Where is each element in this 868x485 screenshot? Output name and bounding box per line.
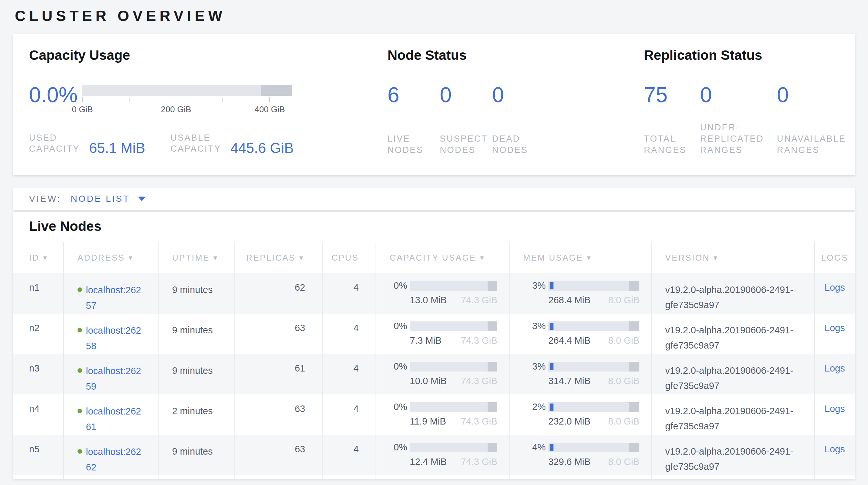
cell-node-id: n3 xyxy=(13,354,64,395)
cell-address: localhost:26259 xyxy=(64,354,158,395)
usable-capacity-label: USABLE CAPACITY xyxy=(170,132,226,154)
table-row-n1: n1localhost:262579 minutes6240%13.0 MiB7… xyxy=(13,273,855,314)
usage-total-value: 8.0 GiB xyxy=(608,295,640,306)
live-status-dot-icon xyxy=(78,368,82,373)
col-header-label: REPLICAS xyxy=(246,253,296,262)
usage-used-value: 12.4 MiB xyxy=(410,457,446,467)
col-header-replicas[interactable]: REPLICAS▼ xyxy=(235,242,322,273)
live-nodes-table: ID▼ADDRESS▼UPTIME▼REPLICAS▼CPUSCAPACITY … xyxy=(13,242,855,479)
usage-bar-track xyxy=(548,362,640,372)
summary-stat: 0DEAD NODES xyxy=(492,85,545,156)
usage-percent: 0% xyxy=(389,442,407,453)
sort-arrow-icon: ▼ xyxy=(298,254,305,261)
logs-link[interactable]: Logs xyxy=(825,282,845,293)
col-header-label: LOGS xyxy=(821,253,848,262)
mem-usage-bar: 3%314.7 MiB8.0 GiB xyxy=(528,361,640,387)
usage-bar-track xyxy=(410,402,497,412)
cell-cpus: 4 xyxy=(322,273,376,314)
logs-link[interactable]: Logs xyxy=(825,363,845,374)
cell-capacity-usage: 0%11.9 MiB74.3 GiB xyxy=(376,395,509,435)
col-header-label: CPUS xyxy=(332,253,359,262)
stat-label: SUSPECT NODES xyxy=(440,133,492,156)
usage-percent: 3% xyxy=(528,321,546,332)
cell-cpus: 4 xyxy=(322,395,376,435)
chevron-down-icon xyxy=(138,197,146,201)
address-link[interactable]: localhost:26257 xyxy=(86,282,144,313)
usage-used-value: 329.6 MiB xyxy=(548,457,591,467)
usage-total-value: 74.3 GiB xyxy=(461,295,497,306)
usage-bar-track xyxy=(548,402,640,412)
cell-mem-usage: 2%232.0 MiB8.0 GiB xyxy=(509,395,651,435)
capacity-usage-bar: 0%12.4 MiB74.3 GiB xyxy=(389,442,497,467)
stat-value: 0 xyxy=(492,85,545,105)
col-header-label: VERSION xyxy=(665,253,710,262)
capacity-usage-bar: 0%11.9 MiB74.3 GiB xyxy=(389,402,497,427)
usage-bar-fill xyxy=(550,323,554,330)
view-selected-value: NODE LIST xyxy=(71,194,130,204)
cell-version: v19.2.0-alpha.20190606-2491-gfe735c9a97 xyxy=(651,395,814,435)
col-header-mem-usage[interactable]: MEM USAGE▼ xyxy=(509,242,651,273)
logs-link[interactable]: Logs xyxy=(825,444,845,455)
address-link[interactable]: localhost:26259 xyxy=(86,363,144,394)
usage-bar-dark-segment xyxy=(488,402,497,412)
col-header-logs: LOGS xyxy=(814,242,855,273)
cell-capacity-usage: 0%12.4 MiB74.3 GiB xyxy=(376,435,509,475)
table-header-row: ID▼ADDRESS▼UPTIME▼REPLICAS▼CPUSCAPACITY … xyxy=(13,242,855,273)
live-status-dot-icon xyxy=(78,409,82,413)
axis-tick: 0 GiB xyxy=(82,97,83,102)
axis-tick xyxy=(129,97,129,102)
col-header-capacity-usage[interactable]: CAPACITY USAGE▼ xyxy=(376,242,509,273)
col-header-label: UPTIME xyxy=(172,253,210,262)
col-header-address[interactable]: ADDRESS▼ xyxy=(64,242,158,273)
sort-arrow-icon: ▼ xyxy=(479,254,486,261)
usage-bar-dark-segment xyxy=(488,281,497,291)
cell-node-id: n4 xyxy=(13,395,64,435)
usage-percent: 0% xyxy=(389,402,407,412)
view-label: VIEW: xyxy=(29,194,61,204)
mem-usage-bar: 4%329.6 MiB8.0 GiB xyxy=(528,442,640,467)
used-capacity-stat: USED CAPACITY 65.1 MiB xyxy=(29,132,145,154)
summary-panel: Capacity Usage 0.0% 0 GiB200 GiB400 GiB … xyxy=(13,34,855,175)
cell-replicas: 63 xyxy=(235,395,322,435)
usage-total-value: 74.3 GiB xyxy=(461,335,497,346)
usage-bar-dark-segment xyxy=(488,321,497,331)
sort-arrow-icon: ▼ xyxy=(586,254,593,261)
usage-bar-fill xyxy=(550,282,554,289)
usage-percent: 4% xyxy=(528,442,546,453)
sort-arrow-icon: ▼ xyxy=(128,254,135,261)
view-selector-dropdown[interactable]: NODE LIST xyxy=(71,194,146,204)
cell-address: localhost:26262 xyxy=(64,435,158,475)
table-row-n3: n3localhost:262599 minutes6140%10.0 MiB7… xyxy=(13,354,855,395)
mem-usage-bar: 3%268.4 MiB8.0 GiB xyxy=(528,280,640,306)
col-header-version[interactable]: VERSION▼ xyxy=(651,242,814,273)
address-link[interactable]: localhost:26258 xyxy=(86,323,144,354)
stat-label: TOTAL RANGES xyxy=(644,133,700,156)
live-nodes-heading: Live Nodes xyxy=(29,219,855,234)
axis-tick-label: 0 GiB xyxy=(72,105,93,114)
cell-logs: Logs xyxy=(814,273,855,314)
usage-bar-dark-segment xyxy=(629,321,640,331)
col-header-uptime[interactable]: UPTIME▼ xyxy=(158,242,235,273)
summary-stat: 75TOTAL RANGES xyxy=(644,85,700,156)
cell-node-id: n2 xyxy=(13,314,64,354)
usage-bar-track xyxy=(548,281,640,291)
col-header-id[interactable]: ID▼ xyxy=(13,242,64,273)
usage-total-value: 74.3 GiB xyxy=(461,416,497,427)
usage-total-value: 8.0 GiB xyxy=(608,376,640,387)
cell-uptime: 9 minutes xyxy=(158,273,235,314)
cell-cpus: 4 xyxy=(322,314,376,354)
cell-capacity-usage: 0%13.0 MiB74.3 GiB xyxy=(376,273,509,314)
address-link[interactable]: localhost:26262 xyxy=(86,444,144,475)
logs-link[interactable]: Logs xyxy=(825,323,845,333)
usage-used-value: 10.0 MiB xyxy=(410,376,446,387)
capacity-usage-bar: 0%7.3 MiB74.3 GiB xyxy=(389,321,497,346)
col-header-label: CAPACITY USAGE xyxy=(390,253,476,262)
summary-stat: 0SUSPECT NODES xyxy=(440,85,492,156)
cell-address: localhost:26261 xyxy=(64,395,158,435)
usage-total-value: 8.0 GiB xyxy=(608,457,640,467)
summary-stat: 0UNAVAILABLE RANGES xyxy=(777,85,855,156)
address-link[interactable]: localhost:26261 xyxy=(86,403,144,434)
logs-link[interactable]: Logs xyxy=(825,403,845,414)
used-capacity-value: 65.1 MiB xyxy=(89,142,145,154)
col-header-cpus: CPUS xyxy=(322,242,376,273)
